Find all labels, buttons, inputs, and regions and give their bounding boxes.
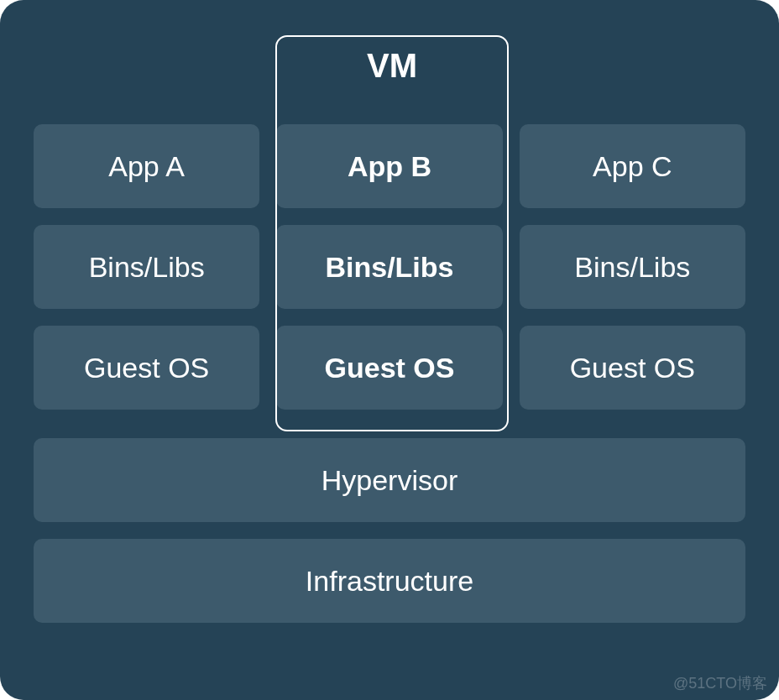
- app-row: App A App B App C: [34, 124, 745, 208]
- guest-os-row: Guest OS Guest OS Guest OS: [34, 326, 745, 410]
- app-cell-b: App B: [276, 124, 502, 208]
- infrastructure-layer: Infrastructure: [34, 539, 745, 623]
- bins-cell-c: Bins/Libs: [520, 225, 745, 309]
- app-cell-c: App C: [520, 124, 745, 208]
- os-cell-b: Guest OS: [276, 326, 502, 410]
- vm-header-label: VM: [275, 47, 509, 85]
- vm-architecture-diagram: VM App A App B App C Bins/Libs Bins/Libs…: [0, 0, 779, 700]
- bins-libs-row: Bins/Libs Bins/Libs Bins/Libs: [34, 225, 745, 309]
- bins-cell-a: Bins/Libs: [34, 225, 259, 309]
- os-cell-c: Guest OS: [520, 326, 745, 410]
- bins-cell-b: Bins/Libs: [276, 225, 502, 309]
- watermark-text: @51CTO博客: [673, 673, 767, 693]
- hypervisor-layer: Hypervisor: [34, 438, 745, 522]
- app-cell-a: App A: [34, 124, 259, 208]
- os-cell-a: Guest OS: [34, 326, 259, 410]
